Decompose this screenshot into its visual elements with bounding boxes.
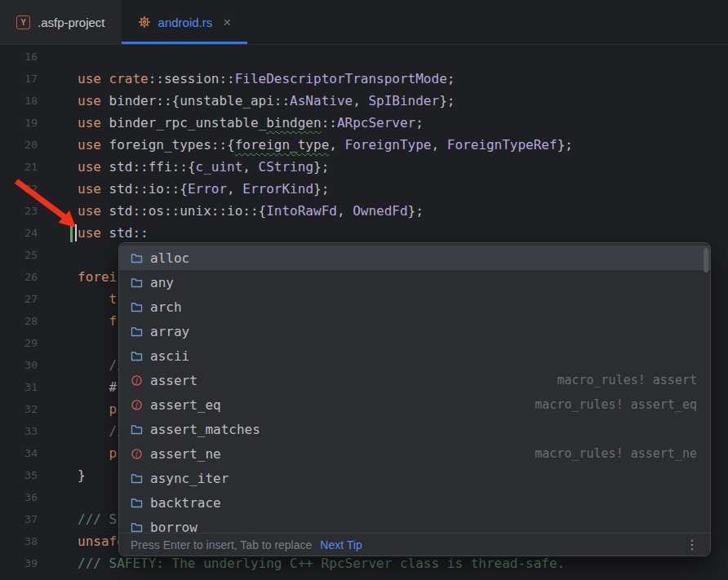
svg-text:f: f [135, 376, 139, 384]
code-line[interactable]: 24use std:: [0, 222, 728, 244]
line-number[interactable]: 24 [0, 222, 38, 244]
code-token: :: [322, 115, 337, 131]
completion-label: borrow [150, 520, 198, 534]
completion-label: assert [150, 373, 198, 388]
close-tab-icon[interactable]: × [223, 15, 231, 29]
completion-item[interactable]: any [119, 270, 710, 294]
completion-label: array [150, 324, 189, 339]
code-line[interactable]: 23use std::os::unix::io::{IntoRawFd, Own… [0, 200, 728, 222]
completion-item[interactable]: async_iter [119, 466, 710, 490]
code-token: session [164, 71, 219, 86]
line-number[interactable]: 27 [0, 288, 38, 310]
line-number[interactable]: 25 [0, 244, 38, 266]
code-token: :: [132, 203, 148, 219]
code-token: :: [219, 71, 234, 86]
line-number[interactable]: 37 [0, 508, 38, 530]
code-line[interactable]: 22use std::io::{Error, ErrorKind}; [0, 178, 728, 200]
code-token: /// SAFETY: The underlying C++ RpcServer… [78, 556, 565, 571]
code-text: forei [78, 266, 117, 288]
code-token: Error [188, 181, 227, 197]
completion-item[interactable]: fassertmacro_rules! assert [119, 368, 710, 392]
code-token: ::{ [211, 137, 235, 153]
completion-label: alloc [150, 250, 189, 266]
code-token: std [109, 203, 133, 219]
module-icon [131, 325, 143, 338]
code-token: }; [439, 93, 455, 108]
code-token: bindgen [266, 115, 321, 131]
line-number[interactable]: 29 [0, 332, 38, 354]
code-token: use [78, 225, 109, 241]
tab-asfp-project[interactable]: Y .asfp-project [0, 0, 122, 44]
text-caret [75, 224, 77, 241]
code-line[interactable]: 18use binder::{unstable_api::AsNative, S… [0, 90, 728, 112]
code-token: , [329, 137, 344, 153]
code-token: } [78, 467, 86, 483]
code-token: use [78, 71, 109, 86]
line-number[interactable]: 18 [0, 90, 38, 112]
completion-label: assert_ne [150, 446, 221, 462]
code-token: foreign_types [109, 137, 211, 153]
code-token: unstable_api [180, 93, 274, 108]
module-icon [131, 301, 143, 313]
completion-item[interactable]: array [119, 319, 710, 343]
completion-item[interactable]: fassert_nemacro_rules! assert_ne [119, 441, 710, 466]
completion-label: ascii [150, 348, 189, 364]
code-token: , [432, 137, 447, 153]
kebab-menu-icon[interactable]: ⋮ [686, 537, 699, 552]
code-token: use [78, 203, 109, 219]
line-number[interactable]: 35 [0, 464, 38, 486]
line-number[interactable]: 22 [0, 178, 38, 200]
tab-android-rs[interactable]: android.rs × [122, 0, 248, 44]
line-number[interactable]: 19 [0, 112, 38, 134]
code-token: ::{ [156, 93, 180, 108]
line-number[interactable]: 28 [0, 310, 38, 332]
completion-item[interactable]: arch [119, 294, 710, 319]
line-number[interactable]: 17 [0, 68, 38, 90]
line-number[interactable]: 33 [0, 420, 38, 442]
code-token: std [109, 225, 133, 241]
yaml-file-icon: Y [16, 15, 30, 29]
code-line[interactable]: 20use foreign_types::{foreign_type, Fore… [0, 134, 728, 156]
next-tip-link[interactable]: Next Tip [320, 538, 362, 551]
line-number[interactable]: 34 [0, 442, 38, 464]
completion-label: assert_eq [150, 397, 221, 413]
line-number[interactable]: 16 [0, 46, 38, 68]
code-token: std [109, 159, 133, 175]
line-number[interactable]: 38 [0, 530, 38, 552]
line-number[interactable]: 32 [0, 398, 38, 420]
completion-item[interactable]: assert_matches [119, 417, 710, 441]
code-line[interactable]: 19use binder_rpc_unstable_bindgen::ARpcS… [0, 112, 728, 134]
code-token: ErrorKind [242, 181, 313, 197]
line-number[interactable]: 30 [0, 354, 38, 376]
code-text: use binder::{unstable_api::AsNative, SpI… [78, 90, 455, 112]
completion-item[interactable]: fassert_eqmacro_rules! assert_eq [119, 392, 710, 417]
code-token: use [78, 137, 109, 153]
code-line[interactable]: 16 [0, 46, 728, 68]
line-number[interactable]: 23 [0, 200, 38, 222]
line-number[interactable]: 26 [0, 266, 38, 288]
code-token: OwnedFd [353, 203, 407, 219]
footer-hint-text: Press Enter to insert, Tab to replace [131, 538, 312, 551]
completion-label: assert_matches [150, 422, 260, 437]
code-token: :: [132, 159, 148, 175]
code-token: AsNative [290, 93, 353, 108]
code-token: io [149, 181, 164, 197]
code-token: binder [109, 93, 157, 108]
completion-item[interactable]: backtrace [119, 490, 710, 515]
line-number[interactable]: 39 [0, 552, 38, 574]
line-number[interactable]: 31 [0, 376, 38, 398]
line-number[interactable]: 20 [0, 134, 38, 156]
macro-icon: f [131, 374, 143, 387]
completion-item[interactable]: alloc [119, 246, 710, 270]
completion-item[interactable]: borrow [119, 515, 710, 533]
code-token: f [78, 313, 117, 329]
code-line[interactable]: 21use std::ffi::{c_uint, CString}; [0, 156, 728, 178]
completion-type-hint: macro_rules! assert_eq [535, 397, 697, 412]
line-number[interactable]: 21 [0, 156, 38, 178]
code-line[interactable]: 17use crate::session::FileDescriptorTran… [0, 68, 728, 90]
popup-scrollbar[interactable] [704, 248, 708, 272]
line-number[interactable]: 36 [0, 486, 38, 508]
code-token: , [353, 93, 368, 108]
code-token: crate [109, 71, 149, 86]
completion-item[interactable]: ascii [119, 343, 710, 368]
